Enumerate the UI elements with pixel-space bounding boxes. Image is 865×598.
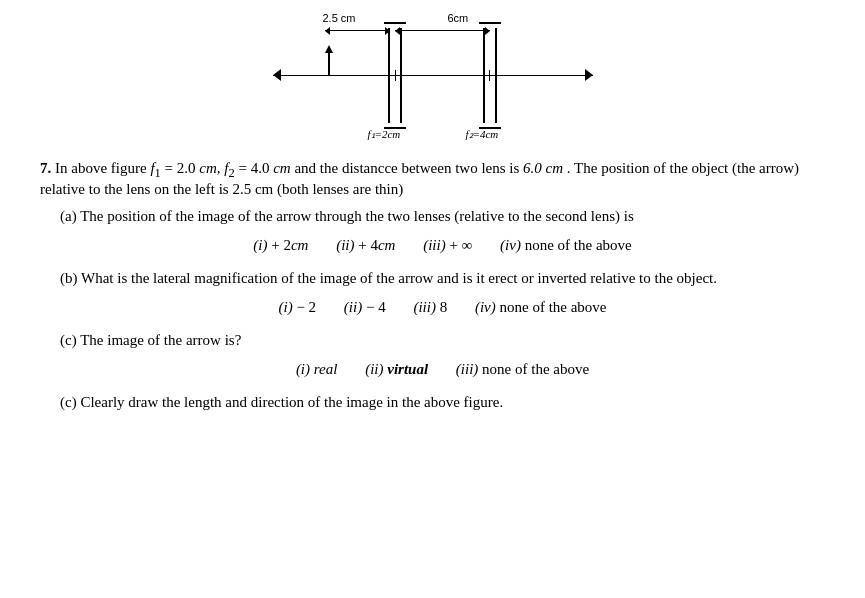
part-c2-label: (c) bbox=[60, 394, 77, 410]
part-b-option-ii: (ii) − 4 bbox=[344, 299, 390, 315]
part-c1: (c) The image of the arrow is? (i) real … bbox=[60, 332, 825, 378]
part-c1-label: (c) bbox=[60, 332, 77, 348]
arrow-shaft bbox=[328, 53, 330, 75]
tick-lens2 bbox=[489, 70, 490, 81]
part-c1-text: (c) The image of the arrow is? bbox=[60, 332, 825, 349]
part-b: (b) What is the lateral magnification of… bbox=[60, 270, 825, 316]
part-b-text: (b) What is the lateral magnification of… bbox=[60, 270, 825, 287]
lens-2 bbox=[483, 28, 497, 123]
part-b-body: What is the lateral magnification of the… bbox=[81, 270, 717, 286]
dim-arrow-6cm bbox=[395, 30, 490, 31]
part-a-label: (a) bbox=[60, 208, 77, 224]
question-block: 7. In above figure f1 = 2.0 cm, f2 = 4.0… bbox=[40, 160, 825, 411]
part-c1-option-i: (i) real bbox=[296, 361, 341, 377]
diagram-container: 2.5 cm 6cm f₁=2cm f₂=4cm bbox=[40, 20, 825, 150]
optical-axis bbox=[273, 75, 593, 76]
part-b-option-iv: (iv) none of the above bbox=[475, 299, 607, 315]
part-a-options: (i) + 2cm (ii) + 4cm (iii) + ∞ (iv) none… bbox=[60, 237, 825, 254]
part-c2: (c) Clearly draw the length and directio… bbox=[60, 394, 825, 411]
dim-arrow-25cm bbox=[325, 30, 390, 31]
label-6cm: 6cm bbox=[448, 12, 469, 24]
part-c1-option-ii: (ii) virtual bbox=[365, 361, 432, 377]
axis-arrow-right bbox=[585, 69, 593, 81]
part-c2-body: Clearly draw the length and direction of… bbox=[80, 394, 503, 410]
part-b-option-iii: (iii) 8 bbox=[413, 299, 451, 315]
question-number: 7. bbox=[40, 160, 51, 176]
part-c1-options: (i) real (ii) virtual (iii) none of the … bbox=[60, 361, 825, 378]
optics-diagram: 2.5 cm 6cm f₁=2cm f₂=4cm bbox=[273, 20, 593, 150]
part-a: (a) The position of the image of the arr… bbox=[60, 208, 825, 254]
part-b-label: (b) bbox=[60, 270, 78, 286]
focal-label-1: f₁=2cm bbox=[368, 128, 401, 141]
arrow-head bbox=[325, 45, 333, 53]
part-a-body: The position of the image of the arrow t… bbox=[80, 208, 634, 224]
part-b-options: (i) − 2 (ii) − 4 (iii) 8 (iv) none of th… bbox=[60, 299, 825, 316]
part-a-option-iv: (iv) none of the above bbox=[500, 237, 632, 253]
object-arrow bbox=[325, 45, 333, 75]
part-a-option-iii: (iii) + ∞ bbox=[423, 237, 476, 253]
params-text: f1 = 2.0 cm, f2 = 4.0 cm bbox=[150, 160, 290, 176]
part-a-option-i: (i) + 2cm bbox=[253, 237, 312, 253]
axis-arrow-left bbox=[273, 69, 281, 81]
part-a-text: (a) The position of the image of the arr… bbox=[60, 208, 825, 225]
focal-label-2: f₂=4cm bbox=[466, 128, 499, 141]
and-text: and the distancce between two lens is bbox=[294, 160, 523, 176]
distance-text: 6.0 cm bbox=[523, 160, 563, 176]
part-c2-text: (c) Clearly draw the length and directio… bbox=[60, 394, 825, 411]
part-c1-body: The image of the arrow is? bbox=[80, 332, 241, 348]
tick-lens1 bbox=[395, 70, 396, 81]
label-25cm: 2.5 cm bbox=[323, 12, 356, 24]
part-c1-option-iii: (iii) none of the above bbox=[456, 361, 589, 377]
part-a-option-ii: (ii) + 4cm bbox=[336, 237, 399, 253]
question-intro: 7. In above figure f1 = 2.0 cm, f2 = 4.0… bbox=[40, 160, 825, 198]
part-b-option-i: (i) − 2 bbox=[278, 299, 319, 315]
intro-text: In above figure bbox=[55, 160, 150, 176]
